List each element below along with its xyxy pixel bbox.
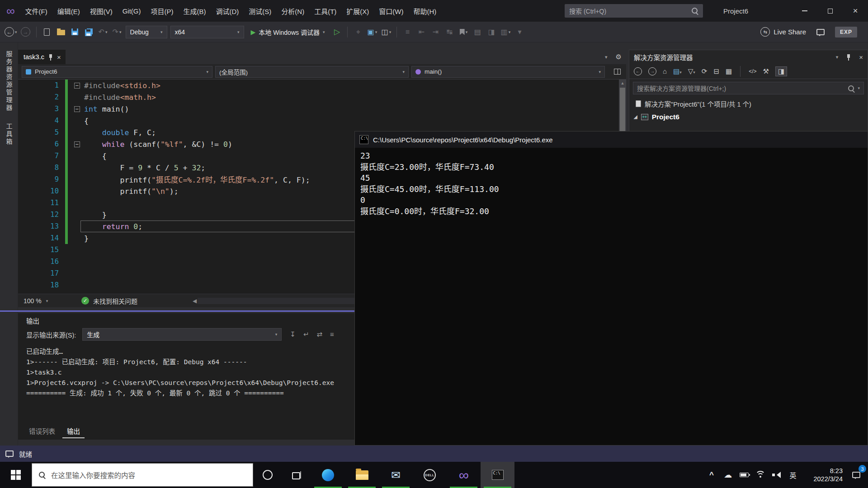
start-without-debugging-icon[interactable]: ▷ xyxy=(331,26,342,38)
hidden-icons-button[interactable]: ^ xyxy=(703,462,720,488)
tab-order-icon[interactable]: ↹ xyxy=(444,26,455,38)
hscroll-left-arrow-icon[interactable]: ◀ xyxy=(193,298,197,304)
output-log[interactable]: 已启动生成…1>------ 已启动生成: 项目: Project6, 配置: … xyxy=(26,347,351,399)
switch-views-icon[interactable]: ▤▾ xyxy=(673,67,682,75)
solution-configuration-dropdown[interactable]: Debug▾ xyxy=(126,26,167,38)
menu-item[interactable]: 编辑(E) xyxy=(52,0,85,22)
tree-item-project[interactable]: ◢ ++ Project6 xyxy=(629,110,868,123)
expander-icon[interactable]: ◢ xyxy=(634,114,637,119)
close-panel-icon[interactable]: ≡ xyxy=(330,330,334,338)
fold-collapse-icon[interactable]: − xyxy=(74,141,80,147)
feedback-bubble-icon[interactable] xyxy=(5,450,14,457)
collapse-all-icon[interactable]: ⊟ xyxy=(713,67,719,75)
taskbar-visual-studio-button[interactable]: ∞ xyxy=(447,462,481,488)
se-forward-icon[interactable]: → xyxy=(648,67,656,75)
start-button[interactable] xyxy=(0,462,32,488)
menu-item[interactable]: 分析(N) xyxy=(276,0,309,22)
code-line[interactable]: 2#include<math.h> xyxy=(18,91,626,103)
menu-item[interactable]: 扩展(X) xyxy=(341,0,374,22)
menu-item[interactable]: 工具(T) xyxy=(309,0,341,22)
volume-icon[interactable] xyxy=(769,462,785,488)
panel-tab[interactable]: 输出 xyxy=(62,425,85,438)
indent-increase-icon[interactable]: ⇥ xyxy=(430,26,441,38)
active-files-dropdown-icon[interactable]: ▾ xyxy=(605,54,608,60)
minimize-button[interactable] xyxy=(792,0,817,22)
menu-item[interactable]: Git(G) xyxy=(118,0,146,22)
tree-item-solution[interactable]: 解决方案"Project6"(1 个项目/共 1 个) xyxy=(629,97,868,110)
code-line[interactable]: 3−int main() xyxy=(18,103,626,115)
navigate-back-icon[interactable]: ←▾ xyxy=(5,26,17,38)
taskbar-console-button[interactable]: C:\ xyxy=(481,462,514,488)
maximize-button[interactable] xyxy=(817,0,843,22)
menu-item[interactable]: 窗口(W) xyxy=(374,0,408,22)
taskbar-dell-button[interactable]: DELL xyxy=(413,462,447,488)
save-all-icon[interactable] xyxy=(84,26,94,38)
task-view-button[interactable] xyxy=(282,462,311,488)
navigate-forward-icon[interactable]: → xyxy=(20,26,31,38)
fold-collapse-icon[interactable]: − xyxy=(74,106,80,112)
menu-item[interactable]: 测试(S) xyxy=(244,0,276,22)
code-line[interactable]: 1−#include<stdio.h> xyxy=(18,80,626,91)
pin-icon[interactable] xyxy=(48,54,53,61)
onedrive-icon[interactable]: ☁ xyxy=(720,462,736,488)
search-options-icon[interactable]: ▾ xyxy=(858,86,860,90)
exp-badge[interactable]: EXP xyxy=(835,27,857,38)
nav-member-dropdown[interactable]: main()▾ xyxy=(411,66,605,78)
display-options-icon[interactable]: ▥▾ xyxy=(500,26,511,38)
document-tab-task3[interactable]: task3.c × xyxy=(18,50,66,64)
show-all-files-icon[interactable]: ▦ xyxy=(726,67,732,75)
redo-icon[interactable]: ↷▾ xyxy=(112,26,123,38)
performance-profiler-icon[interactable]: ⌖ xyxy=(353,26,363,38)
taskbar-mail-button[interactable]: ✉ xyxy=(379,462,413,488)
uncomment-icon[interactable]: ◨ xyxy=(486,26,497,38)
properties-icon[interactable]: ⚒ xyxy=(763,67,769,75)
panel-tab[interactable]: 错误列表 xyxy=(24,425,60,438)
clock[interactable]: 8:23 2022/3/24 xyxy=(801,467,844,483)
close-button[interactable]: × xyxy=(843,0,868,22)
home-icon[interactable]: ⌂ xyxy=(663,67,667,75)
menu-item[interactable]: 生成(B) xyxy=(179,0,211,22)
line-spacing-icon[interactable]: ≡ xyxy=(402,26,413,38)
nav-project-dropdown[interactable]: Project6▾ xyxy=(22,66,212,78)
undo-icon[interactable]: ↶▾ xyxy=(98,26,108,38)
view-code-icon[interactable]: </> xyxy=(749,68,756,75)
menu-item[interactable]: 项目(P) xyxy=(146,0,179,22)
se-back-icon[interactable]: ← xyxy=(634,67,642,75)
word-wrap-icon[interactable]: ↵ xyxy=(303,330,309,338)
pin-icon[interactable] xyxy=(846,54,851,61)
new-file-icon[interactable] xyxy=(42,26,52,38)
close-icon[interactable]: × xyxy=(859,53,863,61)
output-source-dropdown[interactable]: 生成▾ xyxy=(82,328,282,341)
menu-item[interactable]: 视图(V) xyxy=(85,0,118,22)
quick-search-box[interactable]: 搜索 (Ctrl+Q) xyxy=(565,4,703,18)
menu-item[interactable]: 文件(F) xyxy=(20,0,52,22)
taskbar-edge-button[interactable] xyxy=(311,462,345,488)
console-output[interactable]: 23摄氏度C=23.00时，华氏度F=73.4045摄氏度C=45.00时，华氏… xyxy=(355,148,868,220)
taskbar-file-explorer-button[interactable] xyxy=(345,462,379,488)
open-file-icon[interactable] xyxy=(56,26,66,38)
taskbar-search-box[interactable]: 在这里输入你要搜索的内容 xyxy=(32,463,253,487)
split-window-icon[interactable] xyxy=(614,69,621,75)
autoscroll-icon[interactable]: ↧ xyxy=(290,330,296,338)
toolbar-overflow-icon[interactable]: ▾ xyxy=(514,26,525,38)
fold-collapse-icon[interactable]: − xyxy=(74,83,80,89)
filter-icon[interactable]: ▽▾ xyxy=(688,67,695,75)
ime-indicator[interactable]: 英 xyxy=(785,462,801,488)
clear-all-icon[interactable]: ⇄ xyxy=(317,330,323,338)
window-position-dropdown-icon[interactable]: ▾ xyxy=(836,54,839,60)
cortana-button[interactable] xyxy=(253,462,282,488)
bookmark-icon[interactable]: ▾ xyxy=(458,26,469,38)
solution-platform-dropdown[interactable]: x64▾ xyxy=(170,26,244,38)
start-debugging-button[interactable]: ▶ 本地 Windows 调试器 ▾ xyxy=(247,26,329,38)
battery-icon[interactable] xyxy=(736,462,752,488)
tool-window-tab[interactable]: 服务器资源管理器 xyxy=(5,49,14,114)
solution-explorer-titlebar[interactable]: 解决方案资源管理器 ▾ × xyxy=(629,50,868,64)
code-line[interactable]: 4{ xyxy=(18,115,626,127)
preview-selected-items-icon[interactable]: ◨ xyxy=(775,66,787,76)
editor-options-gear-icon[interactable]: ⚙ xyxy=(616,53,622,61)
indent-decrease-icon[interactable]: ⇤ xyxy=(416,26,427,38)
live-share-button[interactable]: ⇆ Live Share xyxy=(760,27,806,37)
console-titlebar[interactable]: C:\ C:\Users\PC\source\repos\Project6\x6… xyxy=(355,131,868,148)
nav-scope-dropdown[interactable]: (全局范围)▾ xyxy=(215,66,409,78)
browser-preview-icon[interactable]: ◫▾ xyxy=(381,26,392,38)
